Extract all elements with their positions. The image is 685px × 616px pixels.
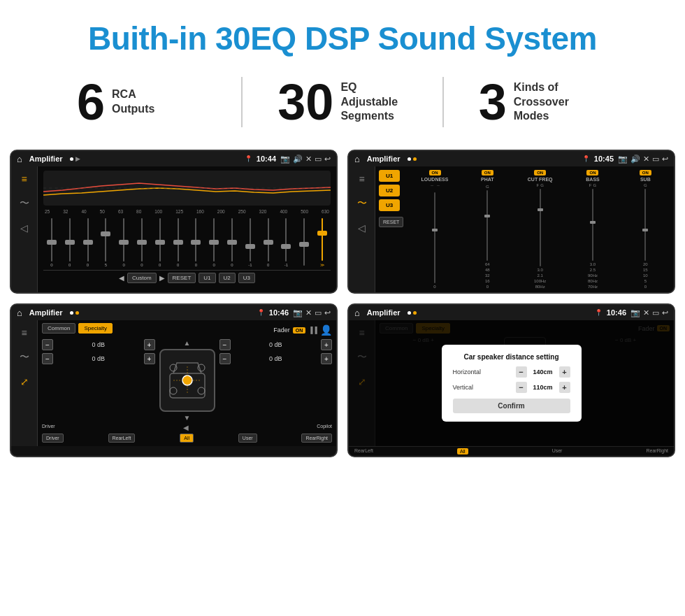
fader-val-2: 0 dB [55,355,142,362]
time-4: 10:46 [607,308,626,317]
phat-toggle[interactable]: ON [482,170,493,176]
camera-icon-2: 📷 [618,155,628,164]
svg-point-3 [198,364,205,371]
sub-toggle[interactable]: ON [640,170,651,176]
eq-slider-5: 0 [134,218,150,267]
fader-db-row-4: − 0 dB + [219,353,333,364]
fader-center: ▲ [159,339,215,422]
side-icons-2: ≡ 〜 ◁ [349,166,375,292]
wave-icon-2[interactable]: 〜 [357,197,367,210]
speaker-icon[interactable]: ◁ [20,222,28,234]
wave-icon-3[interactable]: 〜 [20,351,29,364]
status-dots-1: ▶ [70,155,80,162]
confirm-button[interactable]: Confirm [453,399,570,413]
fader-minus-2[interactable]: − [42,353,53,364]
btn-all-4[interactable]: All [457,448,468,454]
fader-main: Common Specialty Fader ON ▐▐ 👤 − [38,320,336,446]
eq-sliders: 0 0 0 5 0 0 0 0 0 0 0 -1 0 -1 ≫ [43,218,331,267]
tab-common[interactable]: Common [42,323,75,334]
fader-minus-1[interactable]: − [42,339,53,350]
eq-slider-11: -1 [242,218,259,267]
back-icon-1: ↩ [324,155,331,164]
cutfreq-toggle[interactable]: ON [534,170,546,176]
volume-icon-2: 🔊 [630,155,640,164]
eq-icon-2[interactable]: ≡ [359,173,364,185]
fader-minus-4[interactable]: − [219,353,231,364]
btn-user[interactable]: User [238,434,257,443]
eq-slider-6: 0 [152,218,168,267]
vertical-plus[interactable]: + [559,382,570,393]
btn-rearleft[interactable]: RearLeft [108,434,136,443]
horizontal-label: Horizontal [453,368,482,375]
side-icons-1: ≡ 〜 ◁ [11,166,38,292]
reset-btn[interactable]: RESET [168,273,196,283]
vertical-minus[interactable]: − [516,382,527,393]
tab-specialty[interactable]: Specialty [78,323,112,334]
prev-preset-btn[interactable]: ◀ [119,274,124,282]
eq-icon-3[interactable]: ≡ [21,327,27,338]
close-icon-1: ✕ [305,155,312,164]
eq-slider-0: 0 [43,218,60,267]
sub-label: SUB [640,177,651,182]
eq-slider-15: ≫ [314,218,331,267]
camera-icon-1: 📷 [280,155,290,164]
status-icons-3: 📷 ✕ ▭ ↩ [293,308,331,317]
screen-fader: ⌂ Amplifier 📍 10:46 📷 ✕ ▭ ↩ ≡ 〜 ⤢ [10,303,338,457]
fader-plus-1[interactable]: + [144,339,155,350]
loudness-toggle[interactable]: ON [429,170,441,176]
dot-4 [408,311,411,315]
dsp-controls: ON LOUDNESS ⌒ ⌒ 0 ON PHAT G [410,170,670,289]
fader-plus-2[interactable]: + [144,353,155,364]
dialog-title: Car speaker distance setting [453,353,570,361]
gps-icon-3: 📍 [257,309,265,316]
preset-u2[interactable]: U2 [379,185,400,196]
next-preset-btn[interactable]: ▶ [159,274,165,282]
window-icon-4: ▭ [652,308,659,317]
u1-btn[interactable]: U1 [199,273,215,283]
dsp-sub: ON SUB G 20 15 10 5 0 [621,170,670,289]
horizontal-plus[interactable]: + [559,366,570,378]
camera-icon-3: 📷 [293,308,303,317]
btn-rearright[interactable]: RearRight [301,434,332,443]
fader-minus-3[interactable]: − [219,339,231,350]
btn-all[interactable]: All [180,434,194,443]
horizontal-minus[interactable]: − [516,366,527,378]
dsp-loudness: ON LOUDNESS ⌒ ⌒ 0 [410,170,459,289]
fader-left: − 0 dB + − 0 dB + [42,339,155,422]
stat-rca-number: 6 [77,77,105,127]
up-arrow[interactable]: ▲ [184,339,191,347]
btn-driver[interactable]: Driver [42,434,64,443]
left-arrow[interactable]: ◀ [183,424,189,431]
dialog-overlay: Car speaker distance setting Horizontal … [349,320,674,446]
expand-icon-3[interactable]: ⤢ [20,376,29,387]
window-icon-2: ▭ [652,155,659,164]
eq-slider-13: -1 [278,218,295,267]
dot-2 [408,157,411,161]
fader-plus-4[interactable]: + [321,353,332,364]
fader-db-row-3: − 0 dB + [219,339,333,350]
app-title-3: Amplifier [29,308,63,317]
loudness-label: LOUDNESS [421,177,449,182]
eq-icon[interactable]: ≡ [21,173,27,185]
preset-u1[interactable]: U1 [379,170,400,182]
car-svg [163,352,212,408]
fader-plus-3[interactable]: + [321,339,332,350]
wave-icon[interactable]: 〜 [20,197,29,210]
stat-eq: 30 EQ AdjustableSegments [243,77,443,127]
fader-on-badge[interactable]: ON [293,327,306,334]
screen-content-2: ≡ 〜 ◁ U1 U2 U3 RESET ON LOUDNESS [349,166,674,292]
fader-tabs: Common Specialty [42,323,113,334]
bass-label: BASS [586,177,599,182]
u3-btn[interactable]: U3 [238,273,255,283]
down-arrow[interactable]: ▼ [184,414,191,422]
u2-btn[interactable]: U2 [219,273,236,283]
speaker-icon-2[interactable]: ◁ [358,222,366,234]
fader-val-3: 0 dB [233,341,319,348]
fader-db-row-2: − 0 dB + [42,353,155,364]
dsp-bass: ON BASS F G 3.0 2.5 90Hz 80Hz 70Hz [568,170,617,289]
screen-content-1: ≡ 〜 ◁ 2532405063 80100125160200 25032040… [11,166,336,292]
dsp-reset-btn[interactable]: RESET [379,217,403,227]
page-title: Buith-in 30EQ DSP Sound System [0,0,685,70]
preset-u3[interactable]: U3 [379,199,400,211]
bass-toggle[interactable]: ON [586,170,598,176]
